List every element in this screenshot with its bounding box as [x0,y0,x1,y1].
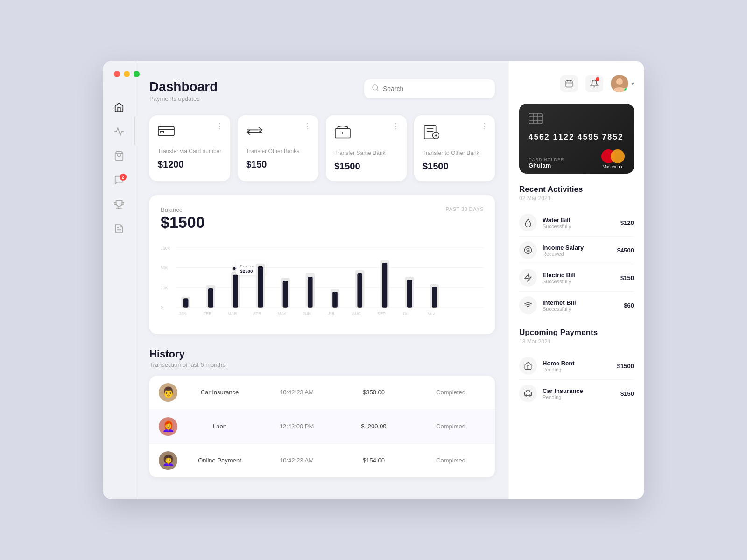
income-icon [519,241,537,259]
svg-text:MAY: MAY [278,311,287,316]
sidebar-item-analytics[interactable] [109,122,129,143]
svg-rect-54 [432,287,437,307]
transfer-cards: ⋮ Transfer via Card number $1200 ⋮ [149,115,495,181]
svg-line-5 [377,89,378,91]
avatar-1: 👩‍🦰 [159,417,177,436]
avatar-2: 👩‍🦱 [159,451,177,470]
transfer-card-0[interactable]: ⋮ Transfer via Card number $1200 [149,115,230,181]
card-label-0: Transfer via Card number [158,147,222,155]
history-time-2: 10:42:23 AM [262,457,331,464]
upcoming-status-1: Pending [543,394,615,400]
header: Dashboard Payments updates [149,79,495,102]
history-amount-1: $1200.00 [339,423,409,430]
search-input[interactable] [383,85,487,92]
card-brand: Mastercard [601,149,625,169]
activity-item-2[interactable]: Electric Bill Successfully $150 [519,264,634,292]
search-icon [372,84,379,93]
card-holder-info: CARD HOLDER Ghulam [529,157,564,169]
history-table: 👨 Car Insurance 10:42:23 AM $350.00 Comp… [149,376,495,477]
card-menu-3[interactable]: ⋮ [480,122,488,131]
mastercard-label: Mastercard [601,164,625,169]
history-section: History Transection of last 6 months 👨 C… [149,348,495,477]
notifications-button[interactable] [585,75,603,92]
upcoming-item-1[interactable]: Car Insurance Pending $150 [519,380,634,407]
svg-text:10K: 10K [161,286,168,290]
sidebar-item-trophy[interactable] [109,195,129,216]
transfer-card-3[interactable]: ⋮ Transfer to Other Bank $1500 [414,115,495,181]
history-status-1: Completed [416,423,486,430]
recent-activities-list: Water Bill Successfully $120 Income Sala… [519,209,634,319]
svg-text:JAN: JAN [179,311,187,316]
svg-rect-52 [407,280,412,307]
close-button[interactable] [114,71,120,77]
history-row[interactable]: 👩‍🦱 Online Payment 10:42:23 AM $154.00 C… [149,444,495,477]
svg-text:100K: 100K [161,245,170,250]
sidebar-item-notes[interactable] [109,219,129,240]
recent-activities-title: Recent Activities [519,185,634,194]
history-header: History Transection of last 6 months [149,348,495,368]
upcoming-item-0[interactable]: Home Rent Pending $1500 [519,352,634,380]
sidebar-item-home[interactable] [109,98,129,119]
history-name-0: Car Insurance [185,389,254,396]
activity-item-0[interactable]: Water Bill Successfully $120 [519,209,634,237]
minimize-button[interactable] [124,71,130,77]
sidebar: 2 [103,61,135,499]
svg-text:Nov: Nov [427,311,435,316]
upcoming-payments-section: Upcoming Payments 13 Mar 2021 Home Rent … [519,328,634,407]
activity-item-3[interactable]: Internet Bill Successfully $60 [519,292,634,319]
user-online-indicator [624,88,628,92]
card-chip-icon [529,113,625,127]
history-subtitle: Transection of last 6 months [149,361,495,368]
history-row[interactable]: 👩‍🦰 Laon 12:42:00 PM $1200.00 Completed [149,410,495,444]
avatar-0: 👨 [159,383,177,402]
upcoming-payments-date: 13 Mar 2021 [519,338,634,345]
upcoming-info-1: Car Insurance Pending [543,387,615,400]
activity-status-0: Successfully [543,224,615,229]
chart-container: 100K 50K 10K 0 [161,239,484,323]
card-holder-name: Ghulam [529,162,564,169]
card-amount-0: $1200 [158,159,222,170]
transfer-card-2[interactable]: ⋮ Transfer Same Bank $1500 [326,115,407,181]
main-content: Dashboard Payments updates ⋮ [135,61,509,499]
svg-rect-42 [283,281,288,308]
svg-text:SEP: SEP [377,311,386,316]
history-row[interactable]: 👨 Car Insurance 10:42:23 AM $350.00 Comp… [149,376,495,410]
history-name-2: Online Payment [185,457,254,464]
messages-badge: 2 [120,174,127,181]
analytics-icon [114,126,124,139]
activity-info-0: Water Bill Successfully [543,217,615,229]
maximize-button[interactable] [134,71,140,77]
sidebar-item-messages[interactable]: 2 [109,171,129,191]
activity-item-1[interactable]: Income Salary Received $4500 [519,237,634,264]
svg-rect-40 [258,266,263,308]
user-profile[interactable]: ▾ [611,75,634,92]
chevron-down-icon[interactable]: ▾ [631,80,634,87]
activity-info-1: Income Salary Received [543,244,612,257]
upcoming-name-0: Home Rent [543,360,612,367]
calendar-button[interactable] [560,75,578,92]
history-status-2: Completed [416,457,486,464]
svg-point-36 [233,267,235,270]
mc-orange-circle [611,149,625,163]
activity-name-3: Internet Bill [543,299,618,306]
svg-rect-31 [208,288,213,308]
header-title: Dashboard Payments updates [149,79,218,102]
card-amount-3: $1500 [423,161,486,172]
activity-name-0: Water Bill [543,217,615,224]
history-name-1: Laon [185,423,254,430]
activity-name-2: Electric Bill [543,272,615,279]
card-menu-0[interactable]: ⋮ [216,122,224,131]
svg-rect-72 [529,113,542,124]
transfer-card-1[interactable]: ⋮ Transfer Other Banks $150 [238,115,318,181]
upcoming-payments-list: Home Rent Pending $1500 [519,352,634,407]
svg-text:JUL: JUL [328,311,336,316]
sidebar-item-shopping[interactable] [109,147,129,167]
activity-name-1: Income Salary [543,244,612,251]
card-icon-0 [158,125,222,141]
search-bar[interactable] [364,79,495,98]
card-label-2: Transfer Same Bank [334,149,398,157]
card-menu-2[interactable]: ⋮ [392,122,400,131]
history-time-0: 10:42:23 AM [262,389,331,396]
card-menu-1[interactable]: ⋮ [304,122,312,131]
balance-section: Balance $1500 PAST 30 DAYS 100K 50K 10K … [149,195,495,334]
